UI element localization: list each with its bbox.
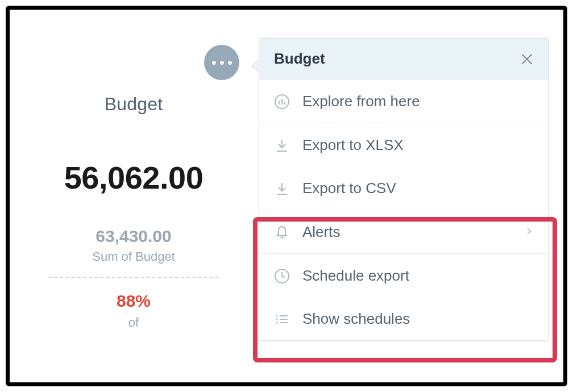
- kpi-divider: [48, 277, 219, 278]
- menu-item-label: Show schedules: [302, 310, 533, 328]
- context-menu: Budget Explore from here: [259, 38, 549, 341]
- close-icon[interactable]: [521, 53, 533, 65]
- menu-item-label: Alerts: [302, 223, 513, 241]
- kpi-title: Budget: [32, 94, 235, 115]
- more-options-button[interactable]: [204, 45, 239, 80]
- explore-icon: [274, 94, 290, 110]
- menu-item-label: Export to XLSX: [302, 136, 533, 154]
- canvas: Budget 56,062.00 63,430.00 Sum of Budget…: [10, 10, 563, 382]
- list-icon: [274, 311, 290, 327]
- bell-icon: [274, 224, 290, 240]
- dot-icon: [228, 61, 232, 65]
- svg-point-11: [276, 322, 278, 323]
- menu-item-label: Explore from here: [302, 93, 533, 110]
- menu-item-schedule-export[interactable]: Schedule export: [259, 254, 548, 297]
- menu-item-export-csv[interactable]: Export to CSV: [259, 166, 548, 210]
- app-frame: Budget 56,062.00 63,430.00 Sum of Budget…: [6, 6, 567, 386]
- menu-item-show-schedules[interactable]: Show schedules: [259, 297, 548, 340]
- menu-header: Budget: [259, 39, 548, 80]
- menu-item-label: Export to CSV: [302, 180, 533, 197]
- clock-icon: [274, 268, 290, 284]
- dot-icon: [212, 61, 216, 65]
- kpi-of-label: of: [32, 315, 235, 330]
- dot-icon: [220, 61, 224, 65]
- kpi-panel: Budget 56,062.00 63,430.00 Sum of Budget…: [32, 94, 235, 330]
- menu-item-label: Schedule export: [302, 267, 533, 285]
- download-icon: [274, 137, 290, 153]
- kpi-sum-label: Sum of Budget: [32, 249, 235, 264]
- menu-title: Budget: [274, 50, 325, 68]
- download-icon: [274, 181, 290, 197]
- kpi-value: 56,062.00: [32, 159, 235, 196]
- menu-item-export-xlsx[interactable]: Export to XLSX: [259, 123, 548, 166]
- chevron-right-icon: [525, 225, 533, 240]
- kpi-sum-value: 63,430.00: [32, 227, 235, 246]
- svg-point-10: [276, 318, 278, 320]
- menu-item-explore[interactable]: Explore from here: [259, 80, 548, 123]
- menu-item-alerts[interactable]: Alerts: [259, 210, 548, 253]
- kpi-percent: 88%: [32, 291, 235, 311]
- svg-point-9: [276, 315, 278, 316]
